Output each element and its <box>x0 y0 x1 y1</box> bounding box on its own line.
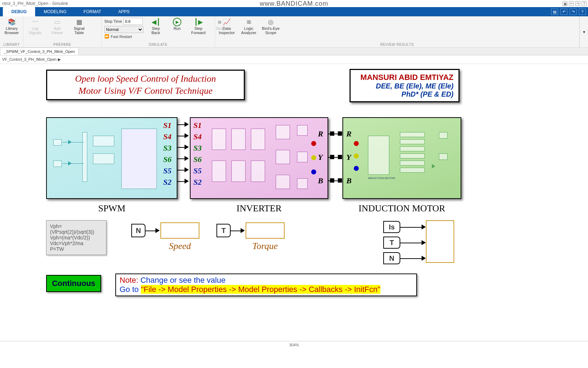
author-name: MANSURI ABID EMTIYAZ <box>356 73 454 82</box>
tab-apps[interactable]: APPS <box>110 7 138 16</box>
formula-box: Vph=(Vll*sqrt(2))/(sqrt(3)) Vph=(ma*(Vdc… <box>46 220 106 255</box>
note-line-2a: Go to <box>120 285 141 294</box>
speed-display[interactable] <box>160 222 199 239</box>
play-icon: ▶ <box>173 18 181 26</box>
inv-port-out-y: Y <box>318 153 323 162</box>
formula-4: P=TW <box>50 246 103 252</box>
title-line-1: Open loop Speed Control of Induction <box>51 73 240 85</box>
run-button[interactable]: ▶Run <box>168 18 186 31</box>
stop-time-label: Stop Time <box>104 19 122 23</box>
toolbar-help-icon[interactable]: ? <box>579 9 586 15</box>
toolbar-redo-icon[interactable]: ↷ <box>570 9 577 15</box>
n2-source-block[interactable]: N <box>383 252 400 264</box>
t-source-block[interactable]: T <box>216 224 231 237</box>
birds-eye-button[interactable]: ◎Bird's-EyeScope <box>262 18 280 35</box>
fast-restart-button[interactable]: ⏩Fast Restart <box>104 34 143 39</box>
spwm-port-s2: S2 <box>163 178 171 187</box>
window-buttons: ▣ ↶ ↷ ? <box>562 1 587 6</box>
log-icon: 〰 <box>30 18 40 26</box>
group-label-prepare: PREPARE <box>26 42 98 47</box>
table-icon: ▦ <box>74 18 84 26</box>
inverter-subsystem[interactable] <box>190 117 328 199</box>
powergui-block[interactable]: Continuous <box>46 275 101 292</box>
mot-port-b: B <box>346 176 352 185</box>
author-cred-1: DEE, BE (Ele), ME (Ele) <box>356 82 454 90</box>
motor-label: INDUCTION MOTOR <box>342 203 461 214</box>
inv-port-in-s2: S2 <box>193 178 202 187</box>
library-icon: 📚 <box>7 18 17 26</box>
tab-modeling[interactable]: MODELING <box>35 7 75 16</box>
document-tab-bar: _SPWM_VF_Control_3_PH_IMotr_Open <box>0 48 588 55</box>
group-label-simulate: SIMULATE <box>104 42 212 47</box>
inv-port-in-s3: S3 <box>193 144 202 153</box>
spwm-label: SPWM <box>46 203 177 214</box>
model-title-box: Open loop Speed Control of Induction Mot… <box>46 70 245 100</box>
step-fwd-icon: ┃▶ <box>193 18 203 26</box>
spwm-port-s3: S3 <box>163 144 171 153</box>
window-title: ntrol_3_PH_IMotr_Open - Simulink <box>2 1 68 6</box>
tab-debug[interactable]: DEBUG <box>3 7 35 16</box>
data-inspector-button[interactable]: 📈DataInspector <box>218 18 236 35</box>
n-source-block[interactable]: N <box>131 224 145 237</box>
inverter-label: INVERTER <box>190 203 328 214</box>
redo-icon[interactable]: ↷ <box>575 1 580 6</box>
viewer-icon: ▭ <box>52 18 62 26</box>
inv-port-in-s4: S4 <box>193 132 202 141</box>
step-back-icon: ◀┃ <box>151 18 161 26</box>
logic-analyzer-button[interactable]: ≋LogicAnalyzer <box>240 18 258 35</box>
spwm-subsystem[interactable] <box>46 117 177 199</box>
log-signals-button[interactable]: 〰LogSignals <box>26 18 44 35</box>
logic-analyzer-icon: ≋ <box>244 18 254 26</box>
step-back-button[interactable]: ◀┃StepBack <box>147 18 165 35</box>
undo-icon[interactable]: ↶ <box>569 1 574 6</box>
zoom-level: 304% <box>289 343 299 347</box>
combined-scope[interactable] <box>426 220 454 263</box>
toolbar-undo-icon[interactable]: ↶ <box>560 9 567 15</box>
help-icon[interactable]: ? <box>582 1 587 6</box>
model-canvas[interactable]: Open loop Speed Control of Induction Mot… <box>0 64 588 341</box>
title-bar: ntrol_3_PH_IMotr_Open - Simulink www.BAN… <box>0 0 588 7</box>
menu-bar: DEBUG MODELING FORMAT APPS ▤ ↶ ↷ ? <box>0 7 588 16</box>
note-box: Note: Change or see the value Go to "Fil… <box>115 274 417 296</box>
inv-port-out-b: B <box>318 176 323 185</box>
spwm-port-s6: S6 <box>163 155 171 164</box>
inv-port-in-s6: S6 <box>193 155 202 164</box>
formula-2: Vph=(ma*(Vdc/2)) <box>50 235 103 240</box>
torque-label: Torque <box>246 241 285 251</box>
stop-time-input[interactable] <box>123 18 143 25</box>
mot-port-r: R <box>346 129 352 139</box>
note-line-1: Change or see the value <box>138 276 226 285</box>
motor-subsystem[interactable]: INDUCTION MOTOR <box>342 117 461 199</box>
toolbar-more-icon[interactable]: ▤ <box>551 9 558 15</box>
library-browser-button[interactable]: 📚 LibraryBrowser <box>3 18 21 35</box>
document-tab[interactable]: _SPWM_VF_Control_3_PH_IMotr_Open <box>0 48 79 55</box>
title-line-2: Motor Using V/F Control Technique <box>51 85 240 97</box>
data-inspector-icon: 📈 <box>222 18 232 26</box>
group-label-library: LIBRARY <box>3 42 20 47</box>
spwm-port-s5: S5 <box>163 166 171 175</box>
formula-1: Vph=(Vll*sqrt(2))/(sqrt(3)) <box>50 223 103 235</box>
status-bar: 304% <box>0 341 588 348</box>
torque-display[interactable] <box>246 222 285 239</box>
note-line-2b: "File -> Model Properties -> Model Prope… <box>141 285 380 294</box>
ribbon-expand-button[interactable]: ▾ <box>579 16 588 47</box>
signal-table-button[interactable]: ▦SignalTable <box>70 18 88 35</box>
spwm-port-s4: S4 <box>163 132 171 141</box>
author-cred-2: PhD* (PE & ED) <box>356 90 454 98</box>
group-label-review: REVIEW RESULTS <box>218 42 576 47</box>
save-quick-icon[interactable]: ▣ <box>562 1 567 6</box>
add-viewer-button[interactable]: ▭AddViewer <box>48 18 66 35</box>
is-source-block[interactable]: Is <box>383 221 400 233</box>
inv-port-in-s5: S5 <box>193 166 202 175</box>
author-box: MANSURI ABID EMTIYAZ DEE, BE (Ele), ME (… <box>350 69 460 102</box>
fast-restart-icon: ⏩ <box>104 34 109 39</box>
sim-mode-select[interactable]: Normal <box>104 26 143 33</box>
t2-source-block[interactable]: T <box>383 237 400 249</box>
tab-format[interactable]: FORMAT <box>75 7 110 16</box>
step-forward-button[interactable]: ┃▶StepForward <box>189 18 207 35</box>
mot-port-y: Y <box>346 153 351 162</box>
inv-port-out-r: R <box>318 129 323 139</box>
speed-label: Speed <box>160 241 199 251</box>
spwm-port-s1: S1 <box>163 121 171 130</box>
breadcrumb[interactable]: VF_Control_3_PH_IMotr_Open ▶ <box>0 55 588 64</box>
